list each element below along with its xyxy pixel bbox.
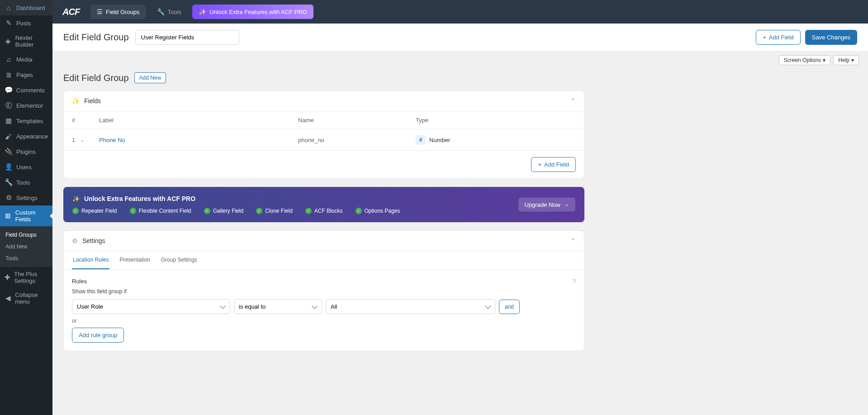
page-icon: 🗎	[5, 71, 13, 79]
sparkle-icon: ✨	[199, 8, 206, 15]
submenu-field-groups[interactable]: Field Groups	[0, 229, 52, 241]
rule-param-select[interactable]: User Role	[72, 299, 230, 314]
tab-presentation[interactable]: Presentation	[119, 251, 151, 269]
elementor-icon: Ⓔ	[5, 101, 13, 110]
sidebar-item-label: The Plus Settings	[14, 271, 48, 284]
sidebar-item-label: Custom Fields	[15, 209, 48, 223]
submenu-add-new[interactable]: Add New	[0, 241, 52, 253]
sidebar-item-label: Nexter Builder	[15, 34, 48, 48]
fields-panel: ✨ Fields ⌃ # Label Name Type 1⌄ Phone No…	[63, 91, 584, 179]
add-new-button[interactable]: Add New	[134, 72, 166, 83]
sidebar-item-label: Tools	[16, 179, 30, 186]
chevron-up-icon: ⌃	[570, 237, 576, 244]
upgrade-now-button[interactable]: Upgrade Now→	[518, 198, 576, 212]
sidebar-item-plus-settings[interactable]: ✚The Plus Settings	[0, 267, 52, 288]
feature-label: Options Pages	[365, 208, 400, 214]
wp-admin-sidebar: ⌂Dashboard ✎Posts ◈Nexter Builder ♫Media…	[0, 0, 52, 370]
user-icon: 👤	[5, 163, 13, 171]
sidebar-item-dashboard[interactable]: ⌂Dashboard	[0, 0, 52, 15]
meta-row: Screen Options▾ Help▾	[52, 52, 868, 65]
tab-location-rules[interactable]: Location Rules	[72, 251, 109, 269]
sidebar-item-custom-fields[interactable]: ⊞Custom Fields	[0, 205, 52, 226]
add-field-button[interactable]: +Add Field	[531, 157, 576, 172]
sidebar-item-templates[interactable]: ▦Templates	[0, 113, 52, 129]
rule-operator-select[interactable]: is equal to	[234, 299, 322, 314]
sidebar-item-label: Templates	[16, 118, 43, 124]
sidebar-item-users[interactable]: 👤Users	[0, 159, 52, 175]
fields-panel-header[interactable]: ✨ Fields ⌃	[64, 91, 584, 111]
add-field-button[interactable]: +Add Field	[756, 30, 801, 45]
topbar-label: Unlock Extra Features with ACF PRO	[209, 9, 307, 15]
media-icon: ♫	[5, 55, 13, 63]
rule-and-button[interactable]: and	[499, 300, 520, 314]
sidebar-item-settings[interactable]: ⚙Settings	[0, 190, 52, 205]
caret-down-icon: ▾	[851, 57, 854, 63]
sidebar-item-posts[interactable]: ✎Posts	[0, 15, 52, 31]
wrench-icon: 🔧	[5, 178, 13, 186]
template-icon: ▦	[5, 117, 13, 125]
tab-group-settings[interactable]: Group Settings	[160, 251, 198, 269]
list-icon: ☰	[97, 8, 103, 15]
promo-feature: ✓Flexible Content Field	[130, 208, 191, 214]
save-changes-button[interactable]: Save Changes	[805, 30, 857, 45]
topbar-unlock[interactable]: ✨Unlock Extra Features with ACF PRO	[192, 5, 313, 19]
promo-feature: ✓Gallery Field	[204, 208, 243, 214]
sidebar-item-label: Users	[16, 164, 32, 171]
feature-label: Gallery Field	[213, 208, 243, 214]
sidebar-item-label: Pages	[16, 72, 33, 78]
check-icon: ✓	[204, 208, 210, 214]
rule-row: User Role is equal to All and	[72, 299, 576, 314]
fields-icon: ✨	[72, 97, 80, 105]
help-button[interactable]: Help▾	[833, 55, 859, 65]
row-label[interactable]: Phone No	[99, 137, 298, 143]
sidebar-item-media[interactable]: ♫Media	[0, 52, 52, 67]
grid-icon: ⊞	[5, 212, 12, 220]
add-rule-group-button[interactable]: Add rule group	[72, 328, 124, 343]
rule-value-select[interactable]: All	[326, 299, 495, 314]
field-row[interactable]: 1⌄ Phone No phone_no #Number	[64, 129, 584, 151]
plus-icon: ✚	[5, 273, 10, 281]
plus-icon: +	[763, 34, 766, 41]
sidebar-item-label: Dashboard	[16, 5, 45, 11]
gear-icon: ⚙	[72, 237, 78, 244]
comment-icon: 💬	[5, 86, 13, 94]
settings-panel-header[interactable]: ⚙ Settings ⌃	[64, 231, 584, 251]
sidebar-item-comments[interactable]: 💬Comments	[0, 82, 52, 98]
chevron-up-icon: ⌃	[570, 97, 576, 105]
sidebar-item-elementor[interactable]: ⒺElementor	[0, 98, 52, 113]
sidebar-item-tools[interactable]: 🔧Tools	[0, 175, 52, 190]
button-label: Screen Options	[784, 57, 821, 63]
chevron-down-icon[interactable]: ⌄	[81, 138, 84, 143]
panel-title: Fields	[84, 97, 101, 105]
row-name: phone_no	[298, 137, 416, 143]
sidebar-item-label: Collapse menu	[15, 291, 48, 305]
feature-label: ACF Blocks	[314, 208, 343, 214]
sidebar-item-nexter[interactable]: ◈Nexter Builder	[0, 31, 52, 52]
plug-icon: 🔌	[5, 148, 13, 156]
type-label: Number	[429, 137, 450, 143]
page-title: Edit Field Group	[63, 32, 129, 43]
sidebar-item-plugins[interactable]: 🔌Plugins	[0, 144, 52, 159]
dashboard-icon: ⌂	[5, 4, 13, 12]
submenu-tools[interactable]: Tools	[0, 253, 52, 264]
sidebar-submenu: Field Groups Add New Tools	[0, 226, 52, 267]
field-group-title-input[interactable]	[135, 30, 239, 45]
button-label: Add Field	[769, 34, 794, 41]
row-type: #Number	[416, 135, 576, 145]
sidebar-item-pages[interactable]: 🗎Pages	[0, 67, 52, 82]
sidebar-item-collapse[interactable]: ◀Collapse menu	[0, 288, 52, 309]
topbar-field-groups[interactable]: ☰Field Groups	[90, 5, 146, 19]
sidebar-item-label: Elementor	[16, 102, 43, 109]
pin-icon: ✎	[5, 19, 13, 27]
help-icon[interactable]: ?	[573, 278, 576, 285]
screen-options-button[interactable]: Screen Options▾	[779, 55, 831, 65]
settings-tabs: Location Rules Presentation Group Settin…	[64, 251, 584, 270]
promo-feature: ✓Repeater Field	[72, 208, 117, 214]
pro-promo: ✨ Unlock Extra Features with ACF PRO ✓Re…	[63, 187, 584, 222]
sidebar-item-appearance[interactable]: 🖌Appearance	[0, 129, 52, 144]
col-label: Label	[99, 117, 298, 124]
layers-icon: ◈	[5, 37, 12, 45]
wrench-icon: 🔧	[157, 8, 165, 15]
page-heading: Edit Field Group Add New	[63, 72, 584, 83]
topbar-tools[interactable]: 🔧Tools	[151, 5, 188, 19]
